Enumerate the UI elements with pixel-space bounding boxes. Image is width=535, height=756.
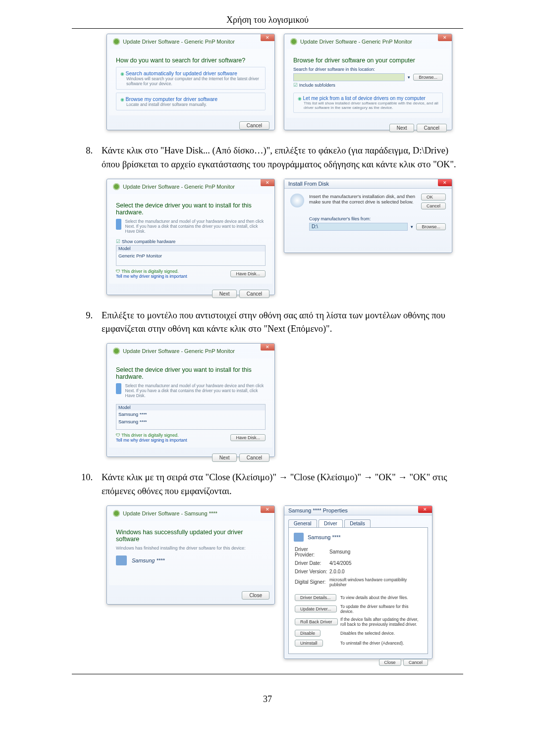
path-input[interactable]: D:\	[309, 223, 408, 231]
dialog-select-model: ✕ Update Driver Software - Generic PnP M…	[107, 343, 275, 457]
uninstall-button[interactable]: Uninstall	[295, 640, 323, 647]
dialog-title: Browse for driver software on your compu…	[293, 57, 443, 64]
device-icon	[116, 383, 121, 394]
model-header: Model	[116, 404, 265, 410]
have-disk-button[interactable]: Have Disk...	[230, 270, 266, 277]
close-icon[interactable]: ✕	[261, 344, 274, 351]
tab-general[interactable]: General	[288, 519, 317, 527]
dialog-title: How do you want to search for driver sof…	[116, 57, 266, 64]
chk-compatible[interactable]: Show compatible hardware	[116, 239, 266, 244]
dialog-header: Update Driver Software - Generic PnP Mon…	[107, 179, 274, 194]
step-9-text: Επιλέξτε το μοντέλο που αντιστοιχεί στην…	[102, 309, 463, 337]
install-msg: Insert the manufacturer's installation d…	[309, 194, 416, 209]
have-disk-button[interactable]: Have Disk...	[230, 434, 266, 441]
next-button[interactable]: Next	[212, 454, 237, 462]
dialog-browse-location: ✕ Update Driver Software - Generic PnP M…	[284, 34, 452, 130]
close-button[interactable]: Close	[242, 591, 269, 600]
dialog-header: Update Driver Software - Generic PnP Mon…	[284, 34, 452, 49]
dialog-titlebar: Install From Disk	[284, 179, 452, 189]
opt-browse-desc: Locate and install driver software manua…	[120, 102, 261, 107]
cancel-button[interactable]: Cancel	[403, 659, 428, 666]
close-button[interactable]: Close	[379, 659, 401, 666]
dialog-properties: ✕ Samsung **** Properties General Driver…	[284, 505, 432, 659]
success-line: Windows has finished installing the driv…	[116, 546, 266, 551]
chk-include-sub[interactable]: Include subfolders	[293, 82, 443, 88]
opt-auto[interactable]: Search automatically for updated driver …	[120, 70, 261, 76]
update-driver-button[interactable]: Update Driver...	[295, 605, 337, 612]
driver-desc: Select the manufacturer and model of you…	[125, 219, 266, 234]
cancel-button[interactable]: Cancel	[239, 121, 269, 130]
disable-button[interactable]: Disable	[295, 630, 321, 637]
divider-top	[72, 28, 463, 29]
close-icon[interactable]: ✕	[261, 179, 274, 186]
dialog-title: Windows has successfully updated your dr…	[116, 529, 266, 543]
dialog-title: Select the device driver you want to ins…	[116, 366, 266, 380]
model-header: Model	[116, 246, 265, 252]
dialog-header: Update Driver Software - Generic PnP Mon…	[107, 34, 274, 49]
model-generic[interactable]: Generic PnP Monitor	[116, 252, 265, 265]
tab-driver[interactable]: Driver	[319, 519, 343, 527]
update-desc: To update the driver software for this d…	[340, 603, 422, 615]
device-icon	[116, 219, 121, 230]
cancel-button[interactable]: Cancel	[421, 202, 446, 209]
device-name: Samsung ****	[308, 534, 341, 540]
close-icon[interactable]: ✕	[261, 506, 274, 513]
dialog-titlebar: Samsung **** Properties	[284, 506, 432, 515]
step-9-num: 9.	[72, 309, 102, 337]
dialog-select-driver: ✕ Update Driver Software - Generic PnP M…	[107, 179, 275, 295]
step-8-num: 8.	[72, 144, 102, 172]
details-desc: To view details about the driver files.	[340, 593, 422, 602]
opt-browse[interactable]: Browse my computer for driver software	[120, 96, 261, 102]
step-10-num: 10.	[72, 471, 102, 499]
uninstall-desc: To uninstall the driver (Advanced).	[340, 639, 422, 648]
signed-label: 🛡 This driver is digitally signed.	[116, 433, 187, 438]
device-name: Samsung ****	[132, 557, 165, 563]
driver-desc: Select the manufacturer and model of you…	[125, 383, 266, 398]
cancel-button[interactable]: Cancel	[417, 124, 447, 132]
label-search-location: Search for driver software in this locat…	[293, 67, 443, 72]
why-signing-link[interactable]: Tell me why driver signing is important	[116, 274, 187, 279]
opt-pick-list[interactable]: Let me pick from a list of device driver…	[298, 96, 438, 101]
opt-pick-desc: This list will show installed driver sof…	[298, 101, 438, 110]
model-samsung-1[interactable]: Samsung ****	[116, 410, 265, 418]
opt-auto-desc: Windows will search your computer and th…	[120, 76, 261, 86]
path-input[interactable]	[293, 73, 405, 81]
signed-label: 🛡 This driver is digitally signed.	[116, 269, 187, 274]
tab-details[interactable]: Details	[344, 519, 371, 527]
step-10-text: Κάντε κλικ με τη σειρά στα "Close (Κλείσ…	[102, 471, 463, 499]
page-number: 37	[72, 694, 463, 705]
divider-bottom	[72, 674, 463, 674]
dialog-install-from-disk: ✕ Install From Disk Insert the manufactu…	[284, 179, 452, 253]
disable-desc: Disables the selected device.	[340, 629, 422, 638]
model-samsung-2[interactable]: Samsung ****	[116, 418, 265, 429]
next-button[interactable]: Next	[212, 290, 237, 298]
browse-button[interactable]: Browse...	[413, 74, 443, 81]
driver-info-table: Driver Provider:Samsung Driver Date:4/14…	[294, 545, 423, 589]
dialog-search-method: ✕ Update Driver Software - Generic PnP M…	[107, 34, 275, 130]
monitor-icon	[294, 533, 304, 542]
chapter-title: Χρήση του λογισμικού	[72, 15, 463, 25]
copy-from-label: Copy manufacturer's files from:	[309, 216, 446, 221]
close-icon[interactable]: ✕	[261, 34, 274, 41]
rollback-desc: If the device fails after updating the d…	[340, 616, 422, 628]
close-icon[interactable]: ✕	[438, 179, 452, 186]
disk-icon	[290, 194, 304, 207]
cancel-button[interactable]: Cancel	[239, 290, 269, 298]
dialog-header: Update Driver Software - Samsung ****	[107, 506, 274, 521]
close-icon[interactable]: ✕	[418, 506, 432, 513]
next-button[interactable]: Next	[389, 124, 415, 132]
browse-button[interactable]: Browse...	[416, 223, 446, 230]
cancel-button[interactable]: Cancel	[239, 454, 269, 462]
driver-details-button[interactable]: Driver Details...	[295, 594, 336, 601]
ok-button[interactable]: OK	[421, 194, 446, 201]
rollback-button[interactable]: Roll Back Driver	[295, 618, 338, 625]
monitor-icon	[116, 555, 127, 565]
dialog-header: Update Driver Software - Generic PnP Mon…	[107, 344, 274, 358]
step-8-text: Κάντε κλικ στο "Have Disk... (Από δίσκο……	[102, 144, 463, 172]
dialog-title: Select the device driver you want to ins…	[116, 202, 266, 216]
dialog-update-success: ✕ Update Driver Software - Samsung **** …	[107, 505, 275, 605]
why-signing-link[interactable]: Tell me why driver signing is important	[116, 438, 187, 443]
close-icon[interactable]: ✕	[438, 34, 452, 41]
